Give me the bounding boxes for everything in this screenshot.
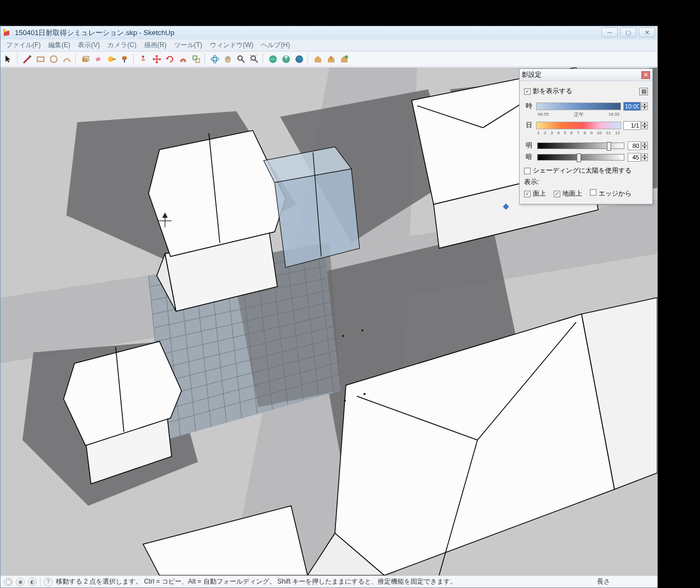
letterbox-top [0, 0, 700, 26]
dark-input[interactable] [628, 153, 641, 162]
menu-window[interactable]: ウィンドウ(W) [207, 39, 257, 51]
menu-view[interactable]: 表示(V) [75, 39, 103, 51]
zoom-tool-icon[interactable] [235, 53, 247, 65]
light-slider[interactable] [537, 142, 624, 149]
light-input[interactable] [628, 141, 641, 150]
display-label: 表示: [524, 178, 648, 187]
3d-viewport[interactable]: 影設定 ✕ 影を表示する ▤ 時 06:55 正午 16:33 [1, 67, 657, 575]
svg-line-15 [242, 60, 244, 62]
dialog-titlebar[interactable]: 影設定 ✕ [520, 69, 652, 81]
earth-icon[interactable] [293, 53, 305, 65]
warehouse-icon-3[interactable] [338, 53, 350, 65]
date-spinner[interactable]: ▲▼ [623, 121, 648, 130]
shadow-settings-dialog[interactable]: 影設定 ✕ 影を表示する ▤ 時 06:55 正午 16:33 [519, 68, 653, 204]
paint-tool-icon[interactable] [119, 53, 131, 65]
circle-tool-icon[interactable] [48, 53, 60, 65]
show-shadows-checkbox[interactable] [524, 88, 531, 95]
measurement-label: 長さ [597, 577, 654, 586]
svg-point-80 [342, 335, 344, 337]
rotate-tool-icon[interactable] [164, 53, 176, 65]
light-label: 明 [524, 141, 534, 150]
close-button[interactable]: ✕ [639, 27, 655, 37]
pushpull-tool-icon[interactable] [138, 53, 150, 65]
on-faces-label: 面上 [533, 190, 546, 197]
on-faces-checkbox[interactable] [524, 191, 531, 197]
light-down-icon[interactable]: ▼ [641, 146, 648, 150]
select-tool-icon[interactable] [3, 53, 15, 65]
time-up-icon[interactable]: ▲ [641, 102, 648, 106]
pan-tool-icon[interactable] [222, 53, 234, 65]
menu-camera[interactable]: カメラ(C) [104, 39, 140, 51]
use-sun-checkbox[interactable] [524, 168, 531, 174]
on-ground-checkbox[interactable] [554, 191, 560, 197]
time-slider[interactable]: 06:55 正午 16:33 [536, 102, 621, 110]
svg-rect-3 [37, 57, 44, 61]
light-spinner[interactable]: ▲▼ [628, 141, 648, 150]
use-sun-label: シェーディングに太陽を使用する [533, 166, 631, 175]
svg-rect-7 [95, 56, 101, 61]
menu-bar: ファイル(F) 編集(E) 表示(V) カメラ(C) 描画(R) ツール(T) … [1, 39, 657, 52]
svg-point-83 [363, 393, 366, 395]
zoom-extents-icon[interactable] [248, 53, 260, 65]
offset-tool-icon[interactable] [177, 53, 189, 65]
date-label: 日 [524, 121, 534, 130]
svg-rect-9 [112, 59, 116, 60]
line-tool-icon[interactable] [21, 53, 33, 65]
show-shadows-label: 影を表示する [533, 87, 572, 96]
status-icon-2[interactable]: ◉ [16, 578, 25, 586]
maximize-button[interactable]: ▢ [620, 27, 636, 37]
menu-draw[interactable]: 描画(R) [141, 39, 170, 51]
app-icon [3, 28, 12, 37]
dark-spinner[interactable]: ▲▼ [628, 153, 648, 162]
time-spinner[interactable]: ▲▼ [623, 102, 648, 111]
dark-down-icon[interactable]: ▼ [641, 157, 648, 161]
warehouse-icon-2[interactable] [325, 53, 337, 65]
move-tool-icon[interactable] [151, 53, 163, 65]
minimize-button[interactable]: ─ [601, 27, 618, 37]
from-edges-checkbox[interactable] [590, 189, 596, 196]
window-title: 150401日射取得シミュレーション.skp - SketchUp [15, 28, 174, 38]
svg-point-4 [50, 56, 57, 62]
svg-point-81 [361, 329, 363, 332]
svg-rect-10 [193, 56, 197, 60]
eraser-tool-icon[interactable] [93, 53, 105, 65]
orbit-tool-icon[interactable] [209, 53, 221, 65]
date-input[interactable] [623, 121, 641, 130]
dark-up-icon[interactable]: ▲ [641, 153, 648, 157]
svg-point-16 [251, 56, 255, 60]
date-ticks: 12 34 56 78 910 1112 [537, 130, 621, 135]
menu-help[interactable]: ヘルプ(H) [258, 39, 293, 51]
date-down-icon[interactable]: ▼ [641, 125, 648, 129]
scale-tool-icon[interactable] [190, 53, 202, 65]
menu-edit[interactable]: 編集(E) [45, 39, 73, 51]
time-input[interactable] [623, 102, 641, 111]
dark-slider[interactable] [537, 154, 624, 161]
svg-line-17 [255, 60, 258, 62]
status-icon-3[interactable]: ◐ [28, 578, 37, 586]
dialog-close-button[interactable]: ✕ [641, 71, 650, 79]
get-models-icon[interactable] [267, 53, 279, 65]
help-icon[interactable]: ? [44, 578, 53, 586]
light-up-icon[interactable]: ▲ [641, 142, 648, 146]
time-down-icon[interactable]: ▼ [641, 106, 648, 110]
status-icon-1[interactable]: ◯ [4, 578, 13, 586]
time-label: 時 [524, 101, 534, 111]
title-bar[interactable]: 150401日射取得シミュレーション.skp - SketchUp ─ ▢ ✕ [1, 26, 657, 39]
menu-file[interactable]: ファイル(F) [3, 39, 44, 51]
tape-tool-icon[interactable] [106, 53, 118, 65]
svg-point-82 [344, 399, 346, 402]
menu-tools[interactable]: ツール(T) [171, 39, 206, 51]
date-slider[interactable]: 12 34 56 78 910 1112 [536, 122, 621, 129]
from-edges-label: エッジから [599, 190, 631, 197]
share-model-icon[interactable] [280, 53, 292, 65]
rectangle-tool-icon[interactable] [35, 53, 47, 65]
expand-toggle-icon[interactable]: ▤ [639, 88, 648, 95]
component-tool-icon[interactable] [79, 53, 92, 65]
svg-rect-11 [196, 59, 200, 62]
svg-point-21 [345, 55, 348, 59]
warehouse-icon-1[interactable] [312, 53, 324, 65]
arc-tool-icon[interactable] [61, 53, 73, 65]
date-up-icon[interactable]: ▲ [641, 122, 648, 125]
toolbar [1, 52, 657, 67]
status-bar: ◯ ◉ ◐ ? 移動する 2 点を選択します。 Ctrl = コピー、Alt =… [1, 575, 657, 587]
